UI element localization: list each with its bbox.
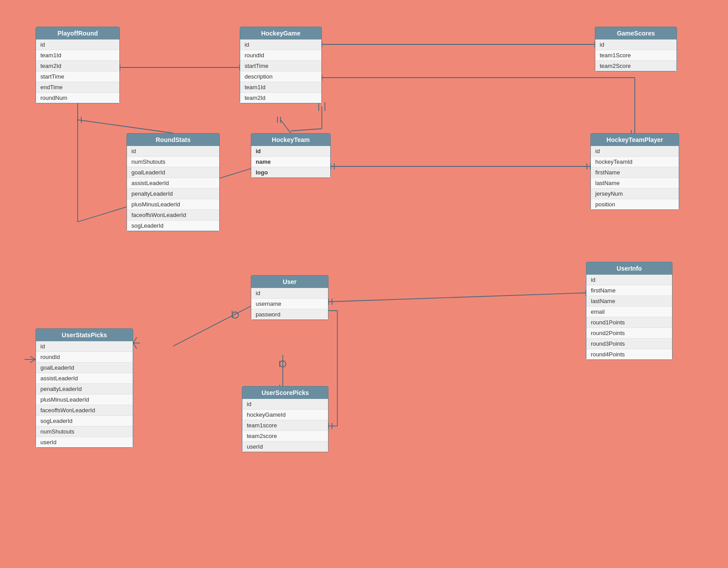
field-userstatspicks-faceoffswonleaderid: faceoffsWonLeaderId	[36, 405, 133, 416]
field-userscorepicks-hockeygameid: hockeyGameId	[242, 410, 328, 420]
entity-hockeyteamplayer: HockeyTeamPlayeridhockeyTeamIdfirstNamel…	[590, 133, 679, 210]
field-hockeyteam-id: id	[251, 146, 330, 157]
field-user-username: username	[251, 299, 328, 309]
field-userstatspicks-id: id	[36, 341, 133, 352]
field-hockeygame-roundid: roundId	[240, 50, 321, 61]
field-roundstats-assistleaderid: assistLeaderId	[127, 178, 219, 189]
field-userstatspicks-penaltyleaderid: penaltyLeaderId	[36, 384, 133, 394]
svg-line-23	[291, 129, 322, 131]
field-roundstats-penaltyleaderid: penaltyLeaderId	[127, 189, 219, 199]
field-hockeygame-team1id: team1Id	[240, 82, 321, 93]
svg-line-26	[173, 306, 251, 346]
entity-userscorepicks: UserScorePicksidhockeyGameIdteam1scorete…	[242, 386, 328, 452]
field-userscorepicks-userid: userId	[242, 442, 328, 452]
field-userinfo-round1points: round1Points	[586, 317, 672, 328]
field-roundstats-faceoffswonleaderid: faceoffsWonLeaderId	[127, 210, 219, 221]
field-user-id: id	[251, 288, 328, 299]
field-userstatspicks-assistleaderid: assistLeaderId	[36, 373, 133, 384]
field-hockeyteam-name: name	[251, 157, 330, 167]
field-playoffround-team1id: team1Id	[36, 50, 119, 61]
field-roundstats-goalleaderid: goalLeaderId	[127, 167, 219, 178]
field-userinfo-round4points: round4Points	[586, 349, 672, 359]
entity-header-gamescores: GameScores	[595, 27, 677, 39]
field-hockeygame-team2id: team2Id	[240, 93, 321, 103]
field-hockeyteamplayer-id: id	[591, 146, 679, 157]
entity-header-user: User	[251, 276, 328, 288]
field-user-password: password	[251, 309, 328, 320]
field-userinfo-lastname: lastName	[586, 296, 672, 307]
entity-playoffround: PlayoffRoundidteam1Idteam2IdstartTimeend…	[36, 27, 120, 103]
svg-line-37	[328, 293, 586, 302]
entity-gamescores: GameScoresidteam1Scoreteam2Score	[595, 27, 677, 71]
field-userinfo-email: email	[586, 307, 672, 317]
er-diagram: PlayoffRoundidteam1Idteam2IdstartTimeend…	[0, 0, 728, 568]
field-userscorepicks-team1score: team1score	[242, 420, 328, 431]
entity-header-userscorepicks: UserScorePicks	[242, 387, 328, 399]
entity-header-roundstats: RoundStats	[127, 134, 219, 146]
field-userstatspicks-numshutouts: numShutouts	[36, 426, 133, 437]
field-hockeyteamplayer-position: position	[591, 199, 679, 209]
entity-header-hockeyteamplayer: HockeyTeamPlayer	[591, 134, 679, 146]
field-hockeyteamplayer-lastname: lastName	[591, 178, 679, 189]
svg-point-33	[280, 361, 286, 367]
svg-line-29	[133, 337, 137, 343]
field-hockeygame-id: id	[240, 39, 321, 50]
svg-line-42	[30, 356, 36, 359]
field-userinfo-round3points: round3Points	[586, 339, 672, 349]
field-gamescores-id: id	[595, 39, 677, 50]
entity-userinfo: UserInfoidfirstNamelastNameemailround1Po…	[586, 262, 673, 360]
field-playoffround-team2id: team2Id	[36, 61, 119, 71]
field-roundstats-sogleaderid: sogLeaderId	[127, 221, 219, 231]
entity-roundstats: RoundStatsidnumShutoutsgoalLeaderIdassis…	[127, 133, 220, 231]
entity-header-hockeygame: HockeyGame	[240, 27, 321, 39]
entity-user: Useridusernamepassword	[251, 275, 328, 320]
field-userstatspicks-userid: userId	[36, 437, 133, 447]
field-playoffround-roundnum: roundNum	[36, 93, 119, 103]
field-playoffround-id: id	[36, 39, 119, 50]
field-roundstats-numshutouts: numShutouts	[127, 157, 219, 167]
field-gamescores-team1score: team1Score	[595, 50, 677, 61]
entity-hockeygame: HockeyGameidroundIdstartTimedescriptiont…	[240, 27, 322, 103]
svg-line-30	[133, 343, 137, 349]
svg-point-27	[232, 312, 238, 318]
field-hockeyteamplayer-hockeyteamid: hockeyTeamId	[591, 157, 679, 167]
field-playoffround-endtime: endTime	[36, 82, 119, 93]
field-roundstats-plusminusleaderid: plusMinusLeaderId	[127, 199, 219, 210]
field-userstatspicks-sogleaderid: sogLeaderId	[36, 416, 133, 426]
field-userinfo-firstname: firstName	[586, 285, 672, 296]
field-gamescores-team2score: team2Score	[595, 61, 677, 71]
entity-userstatspicks: UserStatsPicksidroundIdgoalLeaderIdassis…	[36, 328, 133, 448]
field-roundstats-id: id	[127, 146, 219, 157]
entity-hockeyteam: HockeyTeamidnamelogo	[251, 133, 331, 178]
field-userscorepicks-id: id	[242, 399, 328, 410]
field-hockeyteamplayer-jerseynum: jerseyNum	[591, 189, 679, 199]
field-userstatspicks-roundid: roundId	[36, 352, 133, 363]
field-userstatspicks-goalleaderid: goalLeaderId	[36, 363, 133, 373]
entity-header-userstatspicks: UserStatsPicks	[36, 329, 133, 341]
field-userstatspicks-plusminusleaderid: plusMinusLeaderId	[36, 394, 133, 405]
field-userinfo-id: id	[586, 275, 672, 285]
entity-header-playoffround: PlayoffRound	[36, 27, 119, 39]
field-hockeygame-starttime: startTime	[240, 61, 321, 71]
svg-line-12	[281, 120, 291, 133]
field-hockeyteam-logo: logo	[251, 167, 330, 178]
field-hockeyteamplayer-firstname: firstName	[591, 167, 679, 178]
field-userscorepicks-team2score: team2score	[242, 431, 328, 442]
field-hockeygame-description: description	[240, 71, 321, 82]
svg-line-9	[78, 120, 173, 133]
entity-header-userinfo: UserInfo	[586, 262, 672, 275]
field-userinfo-round2points: round2Points	[586, 328, 672, 339]
svg-line-43	[30, 359, 36, 363]
field-playoffround-starttime: startTime	[36, 71, 119, 82]
entity-header-hockeyteam: HockeyTeam	[251, 134, 330, 146]
